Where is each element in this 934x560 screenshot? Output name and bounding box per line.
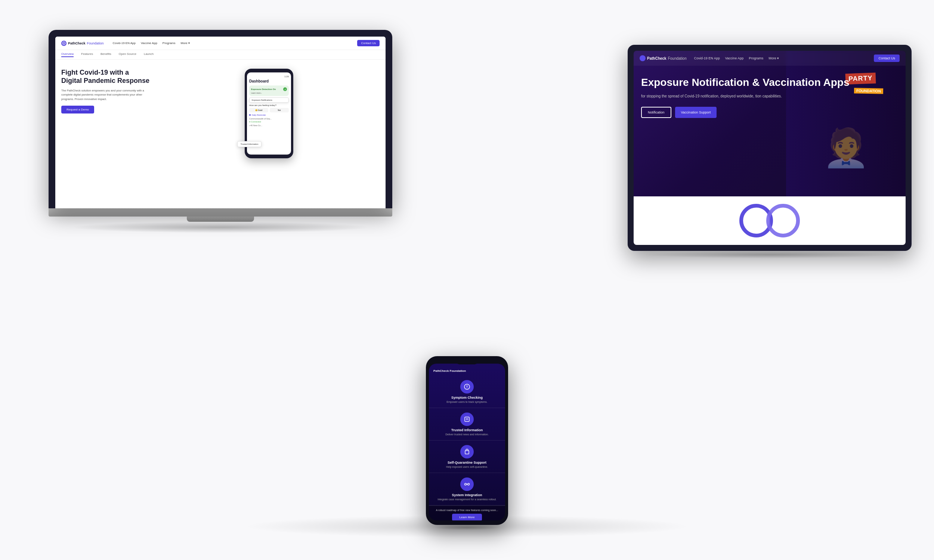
laptop-logo-suffix: Foundation <box>87 42 104 45</box>
phone-exposure-card: Exposure Detection On ✓ Learn more › <box>249 86 289 96</box>
tablet-shadow <box>642 251 897 258</box>
mobile-feature-integration: System Integration Integrate case manage… <box>429 473 505 506</box>
svg-rect-8 <box>465 451 469 454</box>
exposure-popup: Exposure Notifications <box>249 97 289 103</box>
tab-launch[interactable]: Launch <box>144 52 154 57</box>
laptop-contact-button[interactable]: Contact Us <box>357 40 379 46</box>
tablet-screen: 🧑‍💼 PARTY FOUNDATION PathCheck Foundatio… <box>633 51 906 245</box>
trusted-desc: Deliver trusted news and information. <box>445 433 489 436</box>
laptop-hero-title: Fight Covid-19 with a Digital Pandemic R… <box>61 69 151 85</box>
daily-reminder: Daily Reminder <box>249 114 289 116</box>
feeling-not[interactable]: Not <box>270 108 289 112</box>
integration-title: System Integration <box>452 493 482 497</box>
mobile-phone-outer: PathCheck Foundation Symptom Checking Em… <box>426 356 508 525</box>
feeling-row: 😊 Good Not <box>249 108 289 112</box>
svg-point-1 <box>63 43 65 44</box>
mobile-feature-trusted: Trusted Information Deliver trusted news… <box>429 408 505 440</box>
tablet-logo: PathCheck Foundation <box>640 55 687 61</box>
tablet-hero-buttons: Notification Vaccination Support <box>641 107 898 118</box>
feeling-good[interactable]: 😊 Good <box>249 108 268 112</box>
main-scene: PathCheck Foundation Covid-19 EN App Vac… <box>0 0 934 560</box>
svg-point-4 <box>467 388 467 389</box>
new-cases: +40 New Co... <box>249 124 289 126</box>
tablet-website: 🧑‍💼 PARTY FOUNDATION PathCheck Foundatio… <box>633 51 906 245</box>
tablet-outer: 🧑‍💼 PARTY FOUNDATION PathCheck Foundatio… <box>628 45 912 251</box>
tablet-vaccination-button[interactable]: Vaccination Support <box>675 107 717 118</box>
laptop-logo-icon <box>61 41 66 46</box>
svg-rect-5 <box>465 417 469 422</box>
tablet-nav-links: Covid-19 EN App Vaccine App Programs Mor… <box>694 56 874 60</box>
check-badge: ✓ <box>283 88 287 91</box>
laptop-nav: PathCheck Foundation Covid-19 EN App Vac… <box>55 37 385 50</box>
feeling-question: How are you feeling today? <box>249 104 289 106</box>
mobile-shadow <box>434 525 500 530</box>
tablet-nav-vaccine[interactable]: Vaccine App <box>725 56 743 60</box>
tab-open-source[interactable]: Open Source <box>119 52 136 57</box>
laptop-shadow <box>71 222 370 233</box>
laptop-website: PathCheck Foundation Covid-19 EN App Vac… <box>55 37 385 208</box>
laptop-demo-button[interactable]: Request a Demo <box>61 106 94 114</box>
mobile-feature-symptom: Symptom Checking Empower users to track … <box>429 375 505 408</box>
laptop-logo: PathCheck Foundation <box>61 41 104 46</box>
learn-more-link[interactable]: Learn more › <box>251 92 287 94</box>
laptop-device: PathCheck Foundation Covid-19 EN App Vac… <box>49 30 392 233</box>
nav-link-more[interactable]: More ▾ <box>181 42 190 45</box>
nav-link-programs[interactable]: Programs <box>162 42 176 45</box>
tablet-notification-button[interactable]: Notification <box>641 107 671 118</box>
mobile-cta-text: A robust roadmap of free new features co… <box>436 509 498 511</box>
laptop-hero-phone: 1:20 Dashboard Exposure Detection On ✓ L… <box>159 69 379 158</box>
laptop-screen: PathCheck Foundation Covid-19 EN App Vac… <box>55 37 385 208</box>
tablet-hero-title: Exposure Notification & Vaccination Apps <box>641 76 898 89</box>
tab-overview[interactable]: Overview <box>61 52 74 57</box>
tablet-bottom-section <box>633 196 906 245</box>
tablet-contact-button[interactable]: Contact Us <box>874 54 900 62</box>
laptop-hero-text: Fight Covid-19 with a Digital Pandemic R… <box>61 69 151 114</box>
nav-link-vaccine[interactable]: Vaccine App <box>141 42 157 45</box>
reminder-dot <box>249 114 251 116</box>
tablet-hero: Exposure Notification & Vaccination Apps… <box>633 66 906 128</box>
mobile-app-logo: PathCheck Foundation <box>433 369 466 372</box>
laptop-hero: Fight Covid-19 with a Digital Pandemic R… <box>55 60 385 167</box>
phone-time: 1:20 <box>249 75 289 78</box>
laptop-tabs: Overview Features Benefits Open Source L… <box>55 50 385 60</box>
quarantine-desc: Help exposed users self-quarantine. <box>446 466 488 468</box>
laptop-stand <box>187 217 254 222</box>
mobile-app: PathCheck Foundation Symptom Checking Em… <box>429 364 505 520</box>
quarantine-icon <box>460 445 474 458</box>
phone-dashboard-title: Dashboard <box>249 79 289 83</box>
tablet-nav-covid[interactable]: Covid-19 EN App <box>694 56 720 60</box>
trusted-title: Trusted Information <box>451 428 483 432</box>
mobile-feature-quarantine: Self-Quarantine Support Help exposed use… <box>429 440 505 473</box>
integration-desc: Integrate case management for a seamless… <box>438 498 496 501</box>
mobile-cta-bar: A robust roadmap of free new features co… <box>429 506 505 520</box>
tablet-logo-icon <box>640 55 646 61</box>
commonwealth-item: Commonwealth of Seq... <box>249 118 289 120</box>
laptop-hero-desc: The PathCheck solution empowers you and … <box>61 88 151 101</box>
tablet-nav-programs[interactable]: Programs <box>749 56 763 60</box>
laptop-base <box>49 208 392 217</box>
mobile-learn-more-button[interactable]: Learn More <box>452 514 482 520</box>
tab-features[interactable]: Features <box>81 52 93 57</box>
nav-link-covid[interactable]: Covid-19 EN App <box>113 42 136 45</box>
status-connected: ● Connected <box>249 121 289 123</box>
phone-card-title: Exposure Detection On ✓ <box>251 88 287 91</box>
circle-right <box>766 204 800 237</box>
tablet-nav-more[interactable]: More ▾ <box>769 56 779 60</box>
tab-benefits[interactable]: Benefits <box>100 52 111 57</box>
symptom-icon <box>460 380 474 394</box>
svg-point-9 <box>465 483 467 485</box>
trusted-info-banner: Trusted Information <box>237 141 262 147</box>
mobile-phone-device: PathCheck Foundation Symptom Checking Em… <box>426 356 508 530</box>
laptop-nav-links: Covid-19 EN App Vaccine App Programs Mor… <box>113 42 358 45</box>
quarantine-title: Self-Quarantine Support <box>448 461 486 465</box>
laptop-logo-brand: PathCheck <box>68 42 86 45</box>
integration-icon <box>460 477 474 491</box>
symptom-desc: Empower users to track symptoms. <box>447 401 487 403</box>
mobile-notch <box>456 361 478 365</box>
mobile-app-header: PathCheck Foundation <box>429 364 505 375</box>
mobile-screen: PathCheck Foundation Symptom Checking Em… <box>429 364 505 520</box>
laptop-screen-outer: PathCheck Foundation Covid-19 EN App Vac… <box>49 30 392 208</box>
tablet-logo-brand: PathCheck <box>647 56 666 60</box>
tablet-logo-suffix: Foundation <box>668 56 687 60</box>
tablet-hero-desc: for stopping the spread of Covid-19 noti… <box>641 93 791 99</box>
